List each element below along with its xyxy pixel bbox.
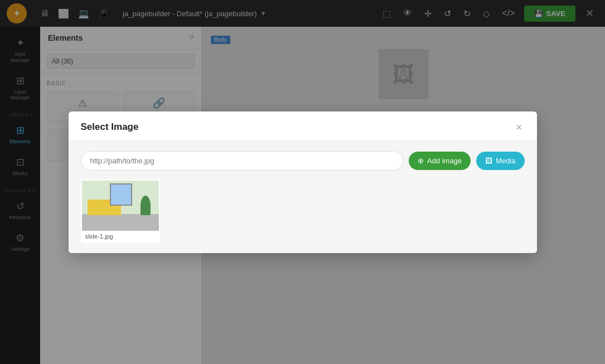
- images-grid: slide-1.jpg: [81, 179, 525, 243]
- image-url-input[interactable]: [81, 151, 403, 171]
- add-image-label: Add image: [427, 157, 462, 165]
- add-image-button[interactable]: ⊕ Add image: [409, 152, 471, 170]
- select-image-modal: Select Image × ⊕ Add image 🖼 Media: [69, 111, 537, 253]
- modal-body: ⊕ Add image 🖼 Media: [69, 141, 537, 253]
- image-thumbnail: [82, 181, 159, 231]
- media-icon: 🖼: [485, 157, 492, 165]
- media-label: Media: [496, 157, 515, 165]
- slide-image: [82, 181, 159, 231]
- modal-close-button[interactable]: ×: [514, 122, 525, 133]
- modal-overlay[interactable]: Select Image × ⊕ Add image 🖼 Media: [0, 0, 605, 364]
- slide-window: [110, 183, 132, 206]
- modal-title: Select Image: [81, 122, 139, 133]
- slide-plant: [141, 196, 151, 215]
- modal-url-row: ⊕ Add image 🖼 Media: [81, 151, 525, 171]
- image-name: slide-1.jpg: [82, 231, 159, 242]
- slide-floor: [82, 214, 159, 231]
- add-image-icon: ⊕: [418, 157, 424, 165]
- media-button[interactable]: 🖼 Media: [476, 152, 524, 170]
- modal-header: Select Image ×: [69, 111, 537, 141]
- list-item[interactable]: slide-1.jpg: [81, 179, 160, 243]
